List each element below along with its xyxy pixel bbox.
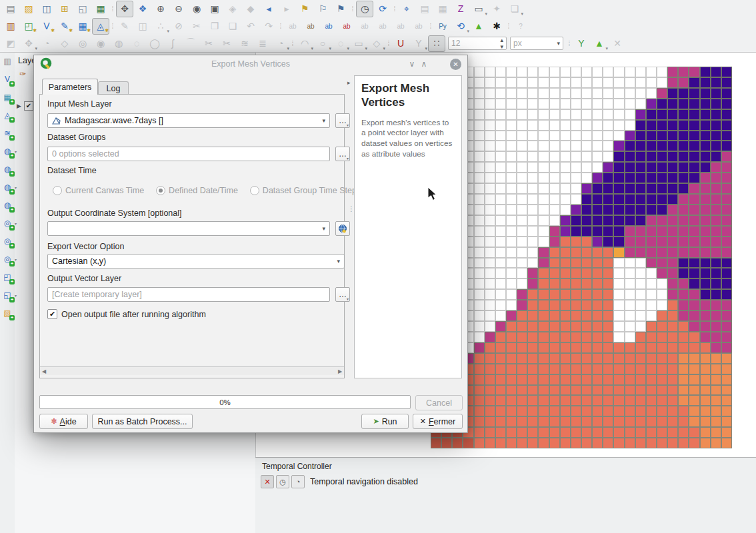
- temporal-animated-icon[interactable]: ◔: [291, 475, 305, 488]
- layer-tree-item[interactable]: ▶ ✔: [17, 101, 33, 111]
- debug-icon[interactable]: ✱: [488, 18, 505, 35]
- zoom-to-selection-icon[interactable]: ◈: [224, 1, 241, 17]
- zoom-full-icon[interactable]: ▣: [206, 1, 223, 17]
- select-features-icon[interactable]: ▤: [416, 1, 433, 17]
- unshade-icon[interactable]: ∧: [418, 58, 430, 70]
- radio-current-canvas-time[interactable]: Current Canvas Time: [53, 186, 144, 195]
- save-edits-icon[interactable]: ◫: [134, 18, 151, 35]
- move-feature-icon[interactable]: ✥▾: [20, 35, 37, 52]
- datasource-rail-icon[interactable]: ▥: [1, 54, 14, 68]
- shape-polygon-icon[interactable]: ◇▾: [368, 35, 385, 52]
- pan-to-selection-icon[interactable]: ❖: [134, 1, 151, 17]
- show-bookmarks-icon[interactable]: ⚐: [314, 1, 331, 17]
- toggle-editing-icon[interactable]: ✎: [116, 18, 133, 35]
- add-wfs-layer-icon[interactable]: ◎+▾: [1, 252, 14, 266]
- python-console-icon[interactable]: Py: [434, 18, 451, 35]
- label-pin-icon[interactable]: ab: [320, 18, 337, 35]
- new-virtual-layer-icon[interactable]: ▦✱: [74, 18, 91, 35]
- bookmark-manager-icon[interactable]: ⚑: [332, 1, 349, 17]
- batch-process-button[interactable]: Run as Batch Process...: [92, 414, 193, 429]
- add-wms-layer-icon[interactable]: ◎+▾: [1, 216, 14, 230]
- label-show-hide-icon[interactable]: ab: [356, 18, 373, 35]
- text-annotation-icon[interactable]: ❏▾: [506, 1, 523, 17]
- data-source-manager-icon[interactable]: ▥: [2, 18, 19, 35]
- temporal-controller-icon[interactable]: ◷: [356, 1, 373, 17]
- attribute-table-icon[interactable]: ▦: [434, 1, 451, 17]
- input-mesh-browse-button[interactable]: …▾: [335, 113, 350, 128]
- temporal-disabled-icon[interactable]: ✕: [261, 475, 274, 488]
- expander-icon[interactable]: ▶: [17, 103, 21, 109]
- add-spatialite-layer-icon[interactable]: ◍+: [1, 162, 14, 176]
- crs-select-button[interactable]: [335, 221, 350, 236]
- terrain-shading-icon[interactable]: ▲: [470, 18, 487, 35]
- tab-log[interactable]: Log: [98, 81, 129, 95]
- pan-map-icon[interactable]: ✥: [116, 1, 133, 17]
- add-part-icon[interactable]: ◉: [92, 35, 109, 52]
- reshape-icon[interactable]: ʃ: [164, 35, 181, 52]
- shade-icon[interactable]: ∨: [406, 58, 418, 70]
- rotate-point-icon[interactable]: ◔▾: [272, 35, 289, 52]
- snap-unit-select[interactable]: px ▾: [510, 37, 563, 50]
- zoom-in-icon[interactable]: ⊕: [152, 1, 169, 17]
- input-mesh-combo[interactable]: Madagascar.wave.7days [] ▾: [47, 113, 330, 128]
- tab-parameters[interactable]: Parameters: [42, 79, 98, 95]
- identify-icon[interactable]: ⌖: [398, 1, 415, 17]
- label-mass-icon[interactable]: ab: [302, 18, 319, 35]
- help-contents-icon[interactable]: ?: [512, 18, 529, 35]
- redo-icon[interactable]: ↷: [260, 18, 277, 35]
- add-delimited-text-icon[interactable]: ≋+: [1, 126, 14, 140]
- new-geopackage-icon[interactable]: ◰✱: [20, 18, 37, 35]
- spinner-arrows-icon[interactable]: ▴▾: [500, 37, 503, 50]
- map-tips-icon[interactable]: ✦: [488, 1, 505, 17]
- scroll-left-icon[interactable]: ◀: [40, 368, 48, 374]
- shape-rectangle-icon[interactable]: ▭▾: [350, 35, 367, 52]
- run-button[interactable]: ➤ Run: [361, 414, 409, 429]
- layout-manager-icon[interactable]: ◱: [74, 1, 91, 17]
- label-properties-icon[interactable]: ab: [410, 18, 427, 35]
- refresh-map-icon[interactable]: ⟳: [374, 1, 391, 17]
- digitize-curve-icon[interactable]: ◠▾: [296, 35, 313, 52]
- horizontal-scrollbar[interactable]: ◀ ▶: [40, 366, 344, 375]
- zoom-to-layer-icon[interactable]: ◆: [242, 1, 259, 17]
- dataset-groups-browse-button[interactable]: …▾: [335, 147, 350, 161]
- crs-combo[interactable]: ▾: [47, 221, 330, 236]
- radio-dataset-group-time-step[interactable]: Dataset Group Time Step: [250, 186, 357, 195]
- merge-features-icon[interactable]: ≋: [236, 35, 253, 52]
- style-manager-icon[interactable]: ⊞: [56, 1, 73, 17]
- zoom-last-icon[interactable]: ◂: [260, 1, 277, 17]
- cancel-button[interactable]: Cancel: [415, 395, 463, 410]
- add-mssql-layer-icon[interactable]: ◍+▾: [1, 180, 14, 194]
- help-button[interactable]: ✼ Aide: [39, 414, 88, 429]
- fill-ring-icon[interactable]: ◍: [110, 35, 127, 52]
- annotation-icon[interactable]: Z: [452, 1, 469, 17]
- delete-part-icon[interactable]: ◯: [146, 35, 163, 52]
- vertex-tool-icon[interactable]: Y▾: [410, 35, 427, 52]
- new-bookmark-icon[interactable]: ⚑: [296, 1, 313, 17]
- add-mesh-layer-icon[interactable]: ◬+: [1, 108, 14, 122]
- shape-circle-icon[interactable]: ○▾: [314, 35, 331, 52]
- new-shapefile-icon[interactable]: ✎✱: [56, 18, 73, 35]
- split-features-icon[interactable]: ✂: [200, 35, 217, 52]
- project-save-icon[interactable]: ◫: [38, 1, 55, 17]
- georeferencer-icon[interactable]: ▦: [92, 1, 109, 17]
- project-open-icon[interactable]: ▨: [20, 1, 37, 17]
- label-rotate-icon[interactable]: ab: [392, 18, 409, 35]
- close-x-icon[interactable]: ✕: [609, 35, 626, 52]
- zoom-next-icon[interactable]: ▸: [278, 1, 295, 17]
- new-vector-layer-icon[interactable]: V✱: [38, 18, 55, 35]
- processing-toolbox-icon[interactable]: ⟲▾: [452, 18, 469, 35]
- undo-icon[interactable]: ↶: [242, 18, 259, 35]
- radio-defined-date-time[interactable]: Defined Date/Time: [156, 186, 238, 195]
- layer-checkbox[interactable]: ✔: [24, 101, 33, 111]
- add-raster-layer-icon[interactable]: ▦+: [1, 90, 14, 104]
- project-new-icon[interactable]: ▤: [2, 1, 19, 17]
- zoom-out-icon[interactable]: ⊖: [170, 1, 187, 17]
- label-move-icon[interactable]: ab: [374, 18, 391, 35]
- measure-icon[interactable]: ▭▾: [470, 1, 487, 17]
- export-option-combo[interactable]: Cartesian (x,y) ▾: [47, 254, 345, 268]
- output-layer-browse-button[interactable]: …▾: [335, 287, 350, 302]
- scroll-right-icon[interactable]: ▶: [336, 368, 344, 374]
- close-dialog-button[interactable]: ✕ Fermer: [413, 414, 463, 429]
- simplify-feature-icon[interactable]: ◇: [56, 35, 73, 52]
- add-oracle-layer-icon[interactable]: ◍+: [1, 198, 14, 212]
